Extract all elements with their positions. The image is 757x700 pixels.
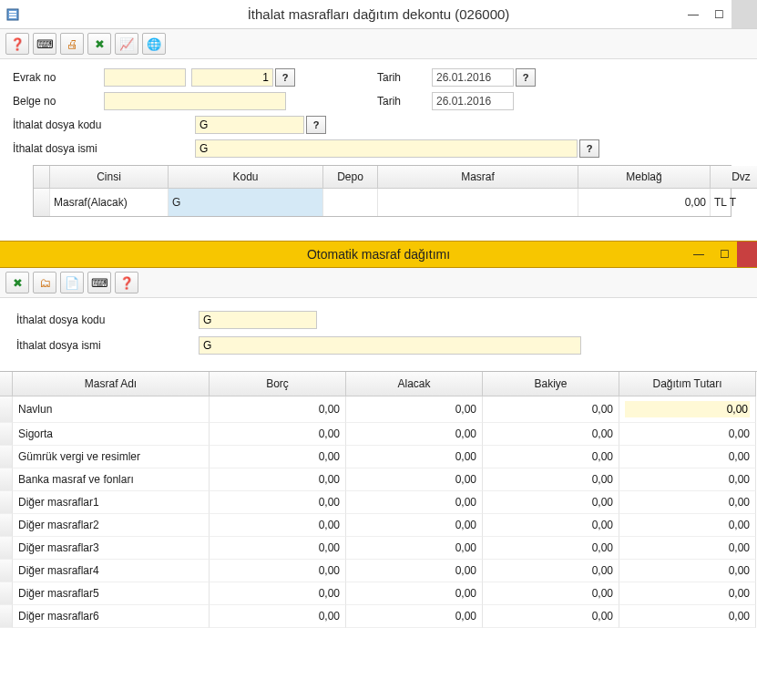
dist-cell-alacak[interactable]: 0,00 <box>346 396 483 423</box>
folder-icon[interactable]: 🗂 <box>33 272 56 293</box>
keyboard-icon[interactable]: ⌨ <box>87 272 111 293</box>
print-icon[interactable]: 🖨 <box>60 33 84 55</box>
dist-cell-alacak[interactable]: 0,00 <box>346 446 483 468</box>
dist-cell-borc[interactable]: 0,00 <box>210 396 346 423</box>
dist-cell-alacak[interactable]: 0,00 <box>346 560 483 582</box>
close-button[interactable] <box>731 0 757 28</box>
dist-cell-dagitim[interactable]: 0,00 <box>619 423 756 446</box>
evrak-no-lookup-button[interactable]: ? <box>275 68 295 87</box>
cell-cinsi[interactable]: Masraf(Alacak) <box>50 189 169 216</box>
maximize-button[interactable]: ☐ <box>706 0 731 28</box>
dist-cell-bakiye[interactable]: 0,00 <box>483 514 619 537</box>
dosya-kodu-input[interactable] <box>195 116 304 134</box>
keyboard-icon[interactable]: ⌨ <box>33 33 56 55</box>
tarih1-lookup-button[interactable]: ? <box>516 68 536 87</box>
tarih1-input[interactable] <box>432 68 514 87</box>
cell-masraf[interactable] <box>378 189 578 216</box>
dist-rowhandle[interactable] <box>0 423 13 446</box>
dist-cell-dagitim[interactable]: 0,00 <box>619 468 756 491</box>
dist-cell-dagitim[interactable]: 0,00 <box>619 560 756 582</box>
sub-minimize-button[interactable]: — <box>686 242 711 267</box>
dist-col-dagitim[interactable]: Dağıtım Tutarı <box>619 372 756 396</box>
evrak-no-b-input[interactable] <box>191 68 273 87</box>
dist-cell-bakiye[interactable]: 0,00 <box>483 560 619 582</box>
excel-icon[interactable]: ✖ <box>87 33 111 55</box>
dist-cell-borc[interactable]: 0,00 <box>210 491 346 514</box>
dist-cell-bakiye[interactable]: 0,00 <box>483 396 619 423</box>
dist-cell-dagitim[interactable] <box>619 396 756 423</box>
dist-rowhandle[interactable] <box>0 446 13 468</box>
dist-cell-borc[interactable]: 0,00 <box>210 582 346 605</box>
dist-cell-alacak[interactable]: 0,00 <box>346 491 483 514</box>
cell-meblag[interactable]: 0,00 <box>578 189 711 216</box>
dist-cell-bakiye[interactable]: 0,00 <box>483 468 619 491</box>
dosya-kodu-lookup-button[interactable]: ? <box>306 116 326 134</box>
dist-cell-bakiye[interactable]: 0,00 <box>483 537 619 560</box>
page-icon[interactable]: 📄 <box>60 272 84 293</box>
excel-icon[interactable]: ✖ <box>5 272 29 293</box>
tarih2-input[interactable] <box>432 92 514 110</box>
col-depo[interactable]: Depo <box>323 166 378 189</box>
dist-cell-dagitim[interactable]: 0,00 <box>619 537 756 560</box>
dist-cell-borc[interactable]: 0,00 <box>210 514 346 537</box>
dist-cell-ad[interactable]: Diğer masraflar3 <box>13 537 210 560</box>
dist-cell-dagitim[interactable]: 0,00 <box>619 514 756 537</box>
dist-cell-dagitim[interactable]: 0,00 <box>619 582 756 605</box>
minimize-button[interactable]: — <box>680 0 706 28</box>
dist-cell-alacak[interactable]: 0,00 <box>346 605 483 628</box>
sub-dosya-ismi-input[interactable] <box>199 336 581 355</box>
dist-cell-ad[interactable]: Banka masraf ve fonları <box>13 468 210 491</box>
belge-no-input[interactable] <box>104 92 286 110</box>
dist-rowhandle[interactable] <box>0 514 13 537</box>
dist-col-alacak[interactable]: Alacak <box>346 372 483 396</box>
dist-cell-ad[interactable]: Diğer masraflar6 <box>13 605 210 628</box>
dist-cell-bakiye[interactable]: 0,00 <box>483 605 619 628</box>
dist-cell-dagitim[interactable]: 0,00 <box>619 446 756 468</box>
dist-col-borc[interactable]: Borç <box>210 372 346 396</box>
dist-cell-borc[interactable]: 0,00 <box>210 560 346 582</box>
cell-kodu[interactable]: G <box>169 189 323 216</box>
dist-cell-borc[interactable]: 0,00 <box>210 468 346 491</box>
dist-rowhandle[interactable] <box>0 560 13 582</box>
dist-cell-alacak[interactable]: 0,00 <box>346 582 483 605</box>
grid-rowhandle[interactable] <box>34 189 50 216</box>
dist-cell-ad[interactable]: Sigorta <box>13 423 210 446</box>
dist-cell-alacak[interactable]: 0,00 <box>346 537 483 560</box>
dist-rowhandle[interactable] <box>0 396 13 423</box>
cell-dvz[interactable]: TL T <box>711 189 757 216</box>
dist-cell-borc[interactable]: 0,00 <box>210 446 346 468</box>
dist-cell-bakiye[interactable]: 0,00 <box>483 491 619 514</box>
dist-cell-ad[interactable]: Navlun <box>13 396 210 423</box>
col-meblag[interactable]: Meblağ <box>578 166 711 189</box>
col-masraf[interactable]: Masraf <box>378 166 578 189</box>
dist-cell-ad[interactable]: Diğer masraflar4 <box>13 560 210 582</box>
dist-cell-ad[interactable]: Diğer masraflar5 <box>13 582 210 605</box>
dosya-ismi-input[interactable] <box>195 139 578 158</box>
help-icon[interactable]: ❓ <box>115 272 138 293</box>
evrak-no-a-input[interactable] <box>104 68 186 87</box>
dist-cell-bakiye[interactable]: 0,00 <box>483 423 619 446</box>
chart-icon[interactable]: 📈 <box>115 33 138 55</box>
dist-cell-dagitim[interactable]: 0,00 <box>619 605 756 628</box>
dist-cell-ad[interactable]: Diğer masraflar1 <box>13 491 210 514</box>
dosya-ismi-lookup-button[interactable]: ? <box>579 139 599 158</box>
dist-rowhandle[interactable] <box>0 468 13 491</box>
dist-cell-ad[interactable]: Gümrük vergi ve resimler <box>13 446 210 468</box>
cell-depo[interactable] <box>323 189 378 216</box>
col-dvz[interactable]: Dvz <box>711 166 757 189</box>
dist-col-ad[interactable]: Masraf Adı <box>13 372 210 396</box>
dist-cell-bakiye[interactable]: 0,00 <box>483 582 619 605</box>
help-icon[interactable]: ❓ <box>5 33 29 55</box>
dist-cell-alacak[interactable]: 0,00 <box>346 514 483 537</box>
dist-dagitim-input[interactable] <box>625 401 750 417</box>
dist-cell-borc[interactable]: 0,00 <box>210 537 346 560</box>
dist-rowhandle[interactable] <box>0 537 13 560</box>
dist-rowhandle[interactable] <box>0 605 13 628</box>
sub-close-button[interactable] <box>737 242 757 267</box>
dist-rowhandle[interactable] <box>0 582 13 605</box>
dist-cell-dagitim[interactable]: 0,00 <box>619 491 756 514</box>
dist-cell-borc[interactable]: 0,00 <box>210 423 346 446</box>
dist-col-bakiye[interactable]: Bakiye <box>483 372 619 396</box>
col-kodu[interactable]: Kodu <box>169 166 323 189</box>
globe-icon[interactable]: 🌐 <box>142 33 166 55</box>
